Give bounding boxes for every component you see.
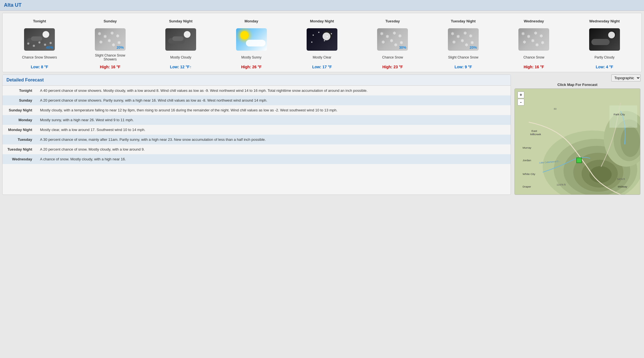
svg-text:Park City: Park City bbox=[614, 113, 625, 116]
map-zoom-controls: + - bbox=[518, 92, 524, 106]
svg-text:Millcreek: Millcreek bbox=[530, 133, 541, 136]
day-label: Tonight bbox=[33, 16, 46, 26]
map-type-select[interactable]: TopographicStandardSatellite bbox=[611, 74, 641, 81]
temp-label: High: 26 °F bbox=[241, 65, 262, 69]
condition-label: Mostly Clear bbox=[313, 52, 332, 62]
topo-map-svg: East Millcreek Murray Jordan White City … bbox=[515, 89, 640, 195]
forecast-day: Wednesday❄❄❄❄❄❄❄❄Chance SnowHigh: 16 °F bbox=[516, 16, 552, 69]
svg-text:Murray: Murray bbox=[523, 146, 531, 149]
weather-icon: ❄❄❄❄❄❄❄❄30% bbox=[377, 28, 408, 51]
day-label: Tuesday bbox=[386, 16, 400, 26]
condition-label: Slight Chance Snow bbox=[448, 52, 478, 62]
period-text: A 20 percent chance of snow showers. Par… bbox=[36, 95, 511, 105]
period-name: Monday bbox=[3, 115, 36, 125]
svg-point-9 bbox=[621, 126, 640, 157]
weather-icon: ❄❄❄❄❄40% bbox=[24, 28, 55, 51]
forecast-row: TonightA 40 percent chance of snow showe… bbox=[3, 86, 511, 95]
day-label: Tuesday Night bbox=[451, 16, 476, 26]
period-name: Tuesday bbox=[3, 135, 36, 144]
condition-label: Slight Chance Snow Showers bbox=[92, 52, 128, 62]
svg-rect-10 bbox=[609, 106, 637, 128]
day-label: Sunday bbox=[104, 16, 117, 26]
svg-text:East: East bbox=[532, 129, 537, 132]
day-label: Sunday Night bbox=[169, 16, 192, 26]
forecast-day: Tuesday❄❄❄❄❄❄❄❄30%Chance SnowHigh: 23 °F bbox=[374, 16, 411, 69]
precip-badge: 20% bbox=[470, 45, 477, 50]
forecast-day: Tuesday Night❄❄❄❄❄❄❄❄20%Slight Chance Sn… bbox=[445, 16, 481, 69]
forecast-table: TonightA 40 percent chance of snow showe… bbox=[3, 86, 511, 164]
detailed-forecast-panel: Detailed Forecast TonightA 40 percent ch… bbox=[2, 74, 511, 195]
period-name: Tuesday Night bbox=[3, 144, 36, 154]
forecast-day: MondayMostly SunnyHigh: 26 °F bbox=[233, 16, 270, 69]
temp-label: High: 23 °F bbox=[382, 65, 403, 69]
period-name: Sunday Night bbox=[3, 105, 36, 115]
period-text: Mostly clear, with a low around 17. Sout… bbox=[36, 125, 511, 135]
period-name: Wednesday bbox=[3, 154, 36, 164]
period-name: Tonight bbox=[3, 86, 36, 95]
click-map-label: Click Map For Forecast bbox=[557, 83, 597, 87]
condition-label: Mostly Cloudy bbox=[170, 52, 191, 62]
temp-label: Low: 12 °F↑ bbox=[170, 65, 192, 69]
page-title: Alta UT bbox=[4, 2, 640, 8]
forecast-row: WednesdayA chance of snow. Mostly cloudy… bbox=[3, 154, 511, 164]
svg-text:White City: White City bbox=[523, 172, 535, 176]
period-text: A 40 percent chance of snow showers. Mos… bbox=[36, 86, 511, 95]
temp-label: Low: 8 °F bbox=[31, 65, 48, 69]
svg-text:Draper: Draper bbox=[523, 185, 531, 188]
day-label: Wednesday bbox=[524, 16, 544, 26]
precip-badge: 20% bbox=[117, 45, 124, 50]
forecast-day: Tonight❄❄❄❄❄40%Chance Snow ShowersLow: 8… bbox=[21, 16, 58, 69]
period-text: A chance of snow. Mostly cloudy, with a … bbox=[36, 154, 511, 164]
forecast-day: Wednesday NightPartly CloudyLow: 4 °F bbox=[586, 16, 623, 69]
temp-label: High: 16 °F bbox=[100, 65, 120, 69]
svg-rect-22 bbox=[577, 158, 582, 163]
period-text: A 20 percent chance of snow. Mostly clou… bbox=[36, 144, 511, 154]
day-label: Monday Night bbox=[310, 16, 334, 26]
svg-text:80: 80 bbox=[554, 107, 556, 110]
period-text: A 30 percent chance of snow, mainly afte… bbox=[36, 135, 511, 144]
forecast-day: Monday Night★★★★★★Mostly ClearLow: 17 °F bbox=[304, 16, 340, 69]
day-label: Wednesday Night bbox=[589, 16, 620, 26]
weather-icon bbox=[589, 28, 620, 51]
precip-badge: 40% bbox=[46, 45, 53, 50]
forecast-row: MondayMostly sunny, with a high near 26.… bbox=[3, 115, 511, 125]
forecast-day: Sunday NightMostly CloudyLow: 12 °F↑ bbox=[163, 16, 199, 69]
map-area: TopographicStandardSatellite Click Map F… bbox=[513, 74, 642, 195]
period-text: Mostly cloudy, with a temperature fallin… bbox=[36, 105, 511, 115]
svg-text:Jordan: Jordan bbox=[523, 159, 531, 162]
temp-label: High: 16 °F bbox=[524, 65, 544, 69]
weather-icon bbox=[236, 28, 267, 51]
weather-icon: ★★★★★★ bbox=[307, 28, 337, 51]
condition-label: Chance Snow bbox=[382, 52, 403, 62]
svg-text:Midway: Midway bbox=[618, 185, 627, 188]
forecast-days-container: Tonight❄❄❄❄❄40%Chance Snow ShowersLow: 8… bbox=[4, 16, 640, 69]
temp-label: Low: 17 °F bbox=[312, 65, 332, 69]
condition-label: Chance Snow Showers bbox=[22, 52, 57, 62]
condition-label: Chance Snow bbox=[523, 52, 544, 62]
svg-text:11476 ft: 11476 ft bbox=[556, 183, 566, 186]
weather-icon: ❄❄❄❄❄❄❄❄20% bbox=[448, 28, 479, 51]
detailed-forecast-heading: Detailed Forecast bbox=[3, 75, 511, 86]
forecast-row: Tuesday NightA 20 percent chance of snow… bbox=[3, 144, 511, 154]
temp-label: Low: 9 °F bbox=[455, 65, 472, 69]
forecast-row: Monday NightMostly clear, with a low aro… bbox=[3, 125, 511, 135]
forecast-strip: Tonight❄❄❄❄❄40%Chance Snow ShowersLow: 8… bbox=[2, 13, 642, 72]
svg-text:5474 ft: 5474 ft bbox=[617, 178, 625, 181]
period-text: Mostly sunny, with a high near 26. West … bbox=[36, 115, 511, 125]
temp-label: Low: 4 °F bbox=[596, 65, 613, 69]
period-name: Sunday bbox=[3, 95, 36, 105]
condition-label: Partly Cloudy bbox=[594, 52, 614, 62]
map-container[interactable]: + - bbox=[514, 88, 640, 195]
forecast-row: Sunday NightMostly cloudy, with a temper… bbox=[3, 105, 511, 115]
condition-label: Mostly Sunny bbox=[241, 52, 262, 62]
zoom-in-button[interactable]: + bbox=[518, 92, 524, 98]
precip-badge: 30% bbox=[399, 45, 406, 50]
forecast-row: SundayA 20 percent chance of snow shower… bbox=[3, 95, 511, 105]
weather-icon: ❄❄❄❄❄❄❄❄ bbox=[518, 28, 549, 51]
day-label: Monday bbox=[245, 16, 258, 26]
forecast-day: Sunday❄❄❄❄❄❄❄❄20%Slight Chance Snow Show… bbox=[92, 16, 128, 69]
map-controls: TopographicStandardSatellite bbox=[611, 74, 642, 81]
zoom-out-button[interactable]: - bbox=[518, 99, 524, 106]
main-content: Detailed Forecast TonightA 40 percent ch… bbox=[2, 74, 642, 195]
forecast-row: TuesdayA 30 percent chance of snow, main… bbox=[3, 135, 511, 144]
